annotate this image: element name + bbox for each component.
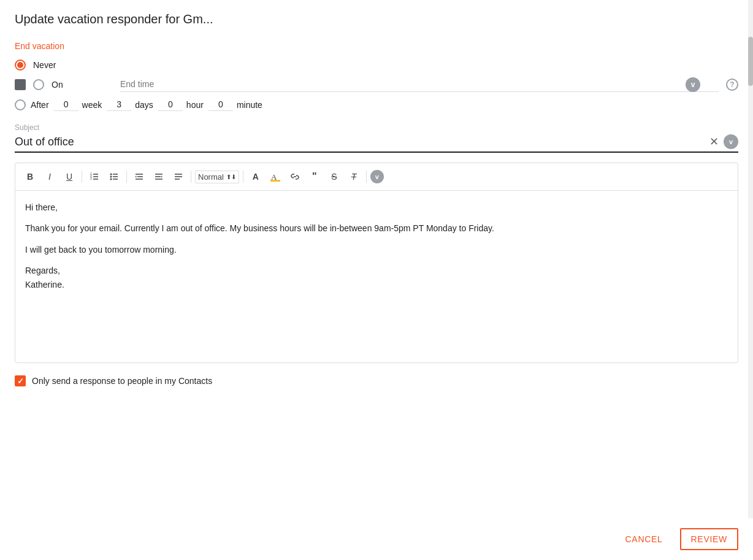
- weeks-input[interactable]: [54, 98, 78, 111]
- hours-input[interactable]: [158, 98, 183, 111]
- body-line-3: I will get back to you tomorrow morning.: [25, 243, 728, 256]
- svg-text:3: 3: [90, 177, 92, 180]
- regards-line: Regards,: [25, 266, 60, 275]
- hour-label: hour: [186, 100, 204, 110]
- on-label: On: [52, 80, 63, 90]
- editor-content[interactable]: Hi there, Thank you for your email. Curr…: [15, 191, 738, 362]
- after-radio[interactable]: [15, 99, 26, 110]
- days-label: days: [135, 100, 153, 110]
- italic-button[interactable]: I: [41, 168, 58, 185]
- unordered-list-button[interactable]: [105, 168, 123, 185]
- review-button[interactable]: REVIEW: [680, 528, 738, 550]
- dialog-footer: CANCEL REVIEW: [0, 518, 753, 560]
- toolbar-sep-1: [82, 171, 82, 183]
- svg-point-7: [110, 176, 112, 178]
- days-field: days: [107, 98, 153, 111]
- toolbar-sep-4: [243, 171, 243, 183]
- toolbar-v-avatar[interactable]: v: [370, 170, 384, 183]
- bold-button[interactable]: B: [21, 168, 39, 185]
- svg-point-8: [110, 178, 112, 180]
- on-checkbox-square[interactable]: [15, 79, 26, 90]
- indent-right-button[interactable]: [150, 168, 167, 185]
- svg-marker-15: [136, 176, 137, 178]
- indent-left-button[interactable]: [131, 168, 148, 185]
- editor-wrapper: B I U 123: [15, 163, 738, 363]
- font-size-value: Normal: [198, 172, 224, 182]
- link-button[interactable]: [286, 168, 304, 185]
- name-line: Katherine.: [25, 280, 64, 290]
- on-radio-row: On: [15, 79, 113, 90]
- toolbar-sep-3: [191, 171, 191, 183]
- end-time-input[interactable]: [120, 77, 719, 92]
- never-label: Never: [33, 60, 56, 70]
- minute-label: minute: [237, 100, 262, 110]
- contacts-checkbox[interactable]: [15, 375, 26, 386]
- on-radio-section: On v ?: [15, 77, 738, 92]
- toolbar-sep-5: [366, 171, 367, 183]
- scrollbar-thumb[interactable]: [748, 37, 753, 86]
- font-size-arrow: ⬆⬇: [226, 174, 236, 180]
- subject-v-avatar: v: [724, 134, 738, 149]
- dialog-title: Update vacation responder for Gm...: [0, 0, 753, 36]
- subject-label: Subject: [15, 123, 738, 132]
- end-vacation-label: End vacation: [15, 36, 738, 53]
- days-input[interactable]: [107, 98, 131, 111]
- minutes-input[interactable]: [208, 98, 233, 111]
- highlight-button[interactable]: A: [267, 168, 284, 185]
- font-color-button[interactable]: A: [247, 168, 264, 185]
- body-line-2: Thank you for your email. Currently I am…: [25, 221, 728, 235]
- body-line-1: Hi there,: [25, 201, 728, 214]
- cancel-button[interactable]: CANCEL: [616, 529, 673, 549]
- contacts-row: Only send a response to people in my Con…: [15, 375, 738, 386]
- minutes-field: minute: [208, 98, 262, 111]
- strikethrough-button[interactable]: S: [326, 168, 343, 185]
- toolbar-sep-2: [126, 171, 127, 183]
- never-radio[interactable]: [15, 59, 26, 71]
- subject-section: Subject ✕ v: [15, 123, 738, 153]
- end-time-field: v: [120, 77, 719, 92]
- svg-marker-19: [161, 176, 162, 178]
- quote-button[interactable]: ": [306, 168, 323, 185]
- subject-input[interactable]: [15, 136, 709, 148]
- align-button[interactable]: [170, 168, 187, 185]
- svg-point-6: [110, 174, 112, 175]
- dialog: Update vacation responder for Gm... End …: [0, 0, 753, 560]
- clear-format-button[interactable]: T: [345, 168, 362, 185]
- after-radio-row: After week days hour minute: [15, 98, 738, 111]
- underline-button[interactable]: U: [61, 168, 78, 185]
- never-radio-row: Never: [15, 59, 738, 71]
- end-time-v-icon: v: [686, 77, 700, 92]
- contacts-label: Only send a response to people in my Con…: [32, 376, 212, 386]
- on-radio[interactable]: [33, 79, 44, 90]
- footer-spacer: [15, 396, 738, 433]
- weeks-field: week: [54, 98, 102, 111]
- week-label: week: [82, 100, 102, 110]
- ordered-list-button[interactable]: 123: [86, 168, 103, 185]
- content-area: End vacation Never On v ? After: [0, 36, 753, 433]
- editor-toolbar: B I U 123: [15, 163, 738, 191]
- hours-field: hour: [158, 98, 204, 111]
- scrollbar-track[interactable]: [748, 0, 753, 560]
- body-signature: Regards, Katherine.: [25, 264, 728, 291]
- subject-clear-icon[interactable]: ✕: [709, 135, 719, 148]
- after-label: After: [31, 100, 49, 110]
- subject-row: ✕ v: [15, 134, 738, 153]
- help-icon[interactable]: ?: [726, 79, 738, 91]
- subject-actions: ✕ v: [709, 134, 738, 149]
- font-size-select[interactable]: Normal ⬆⬇: [195, 171, 239, 183]
